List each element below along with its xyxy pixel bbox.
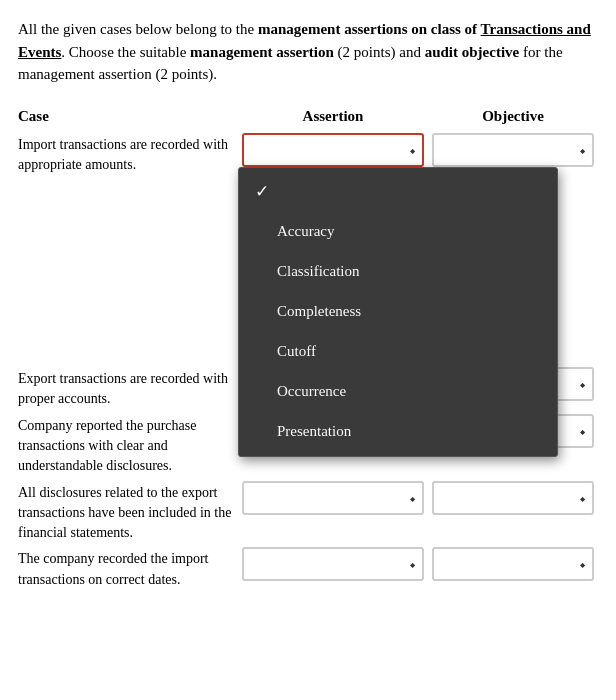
objective-select-row5[interactable] (432, 547, 594, 581)
dropdown-item-occurrence-label: Occurrence (277, 383, 541, 400)
instructions-text: All the given cases below belong to the … (18, 18, 598, 86)
assertion-select-row5[interactable] (242, 547, 424, 581)
col-case-header: Case (18, 108, 238, 125)
case-text-row4: All disclosures related to the export tr… (18, 479, 238, 544)
dropdown-item-accuracy[interactable]: Accuracy (239, 212, 557, 252)
table-row: All disclosures related to the export tr… (18, 479, 598, 544)
header-row: Case Assertion Objective (18, 108, 598, 127)
assertion-cell-row5[interactable]: ⬥ (238, 545, 428, 583)
table-row: Import transactions are recorded with ap… (18, 131, 598, 176)
assertion-cell-row1[interactable]: ⬥ ✓ Accuracy Classification (238, 131, 428, 169)
assertion-header-label: Assertion (303, 108, 364, 124)
assertion-select-wrapper-row4[interactable]: ⬥ (242, 481, 424, 515)
objective-select-wrapper-row1[interactable]: ⬥ (432, 133, 594, 167)
objective-select-wrapper-row5[interactable]: ⬥ (432, 547, 594, 581)
objective-select-wrapper-row4[interactable]: ⬥ (432, 481, 594, 515)
assertion-dropdown-row1[interactable]: ✓ Accuracy Classification Completeness (238, 167, 558, 457)
assertion-select-wrapper-row5[interactable]: ⬥ (242, 547, 424, 581)
case-text-row2: Export transactions are recorded with pr… (18, 365, 238, 410)
dropdown-item-completeness-label: Completeness (277, 303, 541, 320)
objective-cell-row1[interactable]: ⬥ (428, 131, 598, 169)
dropdown-item-classification-label: Classification (277, 263, 541, 280)
dropdown-item-occurrence[interactable]: Occurrence (239, 372, 557, 412)
objective-select-row4[interactable] (432, 481, 594, 515)
dropdown-item-presentation-label: Presentation (277, 423, 541, 440)
dropdown-item-completeness[interactable]: Completeness (239, 292, 557, 332)
dropdown-item-cutoff[interactable]: Cutoff (239, 332, 557, 372)
dropdown-item-accuracy-label: Accuracy (277, 223, 541, 240)
case-text-row5: The company recorded the import transact… (18, 545, 238, 590)
objective-cell-row4[interactable]: ⬥ (428, 479, 598, 517)
dropdown-item-check[interactable]: ✓ (239, 172, 557, 212)
dropdown-item-cutoff-label: Cutoff (277, 343, 541, 360)
dropdown-item-classification[interactable]: Classification (239, 252, 557, 292)
col-objective-header: Objective (428, 108, 598, 125)
assertion-cell-row4[interactable]: ⬥ (238, 479, 428, 517)
case-text-row3: Company reported the purchase transactio… (18, 412, 238, 477)
page-container: All the given cases below belong to the … (18, 18, 598, 590)
objective-header-label: Objective (482, 108, 544, 124)
case-header-label: Case (18, 108, 49, 124)
dropdown-item-presentation[interactable]: Presentation (239, 412, 557, 452)
checkmark-icon: ✓ (255, 181, 277, 202)
table-area: Case Assertion Objective Import transact… (18, 108, 598, 591)
assertion-select-row4[interactable] (242, 481, 424, 515)
objective-cell-row5[interactable]: ⬥ (428, 545, 598, 583)
case-text-row1: Import transactions are recorded with ap… (18, 131, 238, 176)
table-row: The company recorded the import transact… (18, 545, 598, 590)
assertion-select-row1[interactable] (242, 133, 424, 167)
objective-select-row1[interactable] (432, 133, 594, 167)
assertion-select-wrapper-row1[interactable]: ⬥ (242, 133, 424, 167)
col-assertion-header: Assertion (238, 108, 428, 125)
